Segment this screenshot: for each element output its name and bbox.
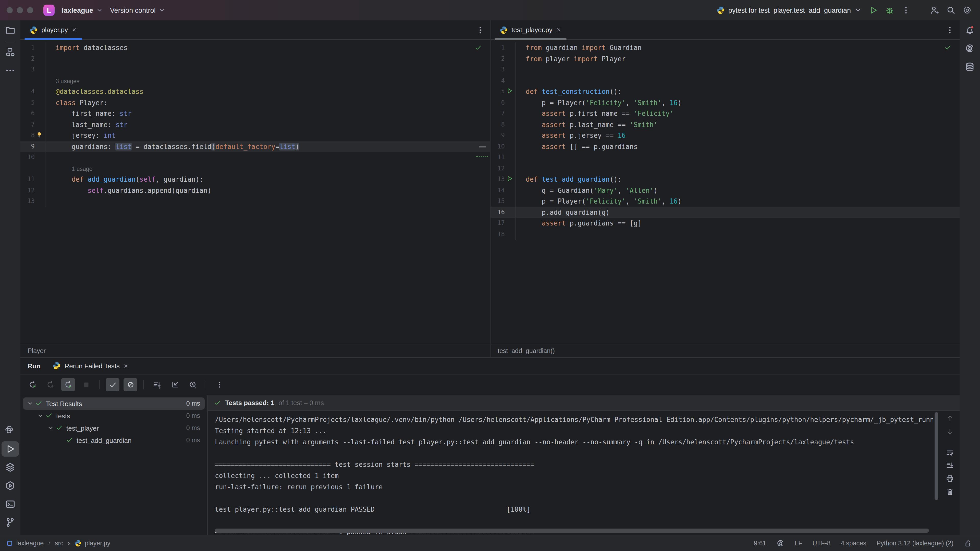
show-passed-toggle[interactable] (106, 378, 119, 391)
test-tree-item-test-results[interactable]: Test Results0 ms (23, 397, 205, 410)
editor-gutter[interactable]: 6 (490, 97, 515, 108)
notifications-button[interactable] (961, 22, 978, 38)
project-tool-button[interactable] (2, 22, 19, 38)
code-line[interactable]: 7 assert p.first_name == 'Felicity' (490, 108, 959, 119)
soft-wrap-button[interactable] (946, 448, 954, 456)
python-packages-tool-button[interactable] (2, 423, 19, 438)
indent-widget[interactable]: 4 spaces (841, 540, 866, 547)
console-vertical-scrollbar[interactable] (935, 412, 938, 500)
project-widget[interactable]: laxleague (62, 6, 103, 14)
caret-position-widget[interactable]: 9:61 (754, 540, 767, 547)
editor-gutter[interactable]: 14 (490, 185, 515, 196)
tab-rerun-failed-tests[interactable]: Rerun Failed Tests (48, 358, 138, 374)
tab-player-py[interactable]: player.py (24, 21, 82, 39)
console-horizontal-scrollbar[interactable] (215, 529, 929, 533)
editor-gutter[interactable]: 9 (21, 141, 45, 152)
editor-gutter[interactable]: 13 (21, 196, 45, 207)
editor-gutter[interactable]: 10 (490, 141, 515, 152)
code-editor-player[interactable]: 1import dataclasses233 usages4@dataclass… (21, 40, 490, 344)
lightbulb-icon[interactable] (36, 131, 45, 140)
editor-gutter[interactable]: 9 (490, 130, 515, 141)
code-line[interactable]: 14 g = Guardian('Mary', 'Allen') (490, 185, 959, 196)
code-line[interactable]: 5def test_construction(): (490, 86, 959, 97)
code-line[interactable]: 11 def add_guardian(self, guardian): (21, 174, 490, 185)
editor-gutter[interactable]: 2 (490, 53, 515, 64)
code-line[interactable]: 4@dataclasses.dataclass (21, 86, 490, 97)
test-tree-item-test-player[interactable]: test_player0 ms (23, 422, 205, 434)
editor-gutter[interactable]: 6 (21, 108, 45, 119)
code-line[interactable]: 6 first_name: str (21, 108, 490, 119)
code-line[interactable]: 2 (21, 53, 490, 64)
code-line[interactable]: 12 self.guardians.append(guardian) (21, 185, 490, 196)
settings-button[interactable] (963, 6, 972, 15)
editor-gutter[interactable]: 16 (490, 207, 515, 218)
editor-gutter[interactable] (21, 163, 45, 174)
code-line[interactable]: 9 guardians: list = dataclasses.field(de… (21, 141, 490, 152)
search-everywhere-button[interactable] (946, 6, 956, 15)
run-tool-button[interactable] (2, 441, 19, 457)
structure-tool-button[interactable] (2, 44, 19, 60)
code-line[interactable]: 12 (490, 163, 959, 174)
navigate-with-selection-button[interactable] (168, 378, 182, 391)
editor-gutter[interactable]: 18 (490, 229, 515, 240)
code-line[interactable]: 9 assert p.jersey == 16 (490, 130, 959, 141)
previous-occurrence-button[interactable] (946, 414, 954, 422)
test-runner-more-button[interactable] (212, 378, 226, 391)
vcs-widget[interactable]: Version control (110, 6, 165, 14)
breadcrumb-src[interactable]: src (55, 540, 63, 547)
code-editor-test-player[interactable]: 1from guardian import Guardian2from play… (490, 40, 959, 344)
breadcrumb-project[interactable]: laxleague (16, 540, 44, 547)
code-with-me-button[interactable] (930, 6, 939, 15)
code-line[interactable]: 8 assert p.last_name == 'Smith' (490, 119, 959, 130)
editor-gutter[interactable] (21, 75, 45, 86)
editor-gutter[interactable]: 3 (490, 64, 515, 75)
run-tool-window-title[interactable]: Run (21, 358, 48, 374)
services-tool-button[interactable] (2, 460, 19, 475)
usage-inlay[interactable]: 3 usages (56, 78, 80, 84)
editor-gutter[interactable]: 4 (21, 86, 45, 97)
database-tool-button[interactable] (961, 59, 978, 75)
show-ignored-toggle[interactable] (124, 378, 137, 391)
python-console-tool-button[interactable] (2, 478, 19, 493)
editor-gutter[interactable]: 5 (21, 97, 45, 108)
editor-gutter[interactable]: 1 (21, 42, 45, 53)
lock-icon[interactable] (964, 539, 972, 547)
console-output[interactable]: /Users/helenscott/PycharmProjects/laxlea… (215, 414, 933, 535)
code-line[interactable]: 16 p.add_guardian(g) (490, 207, 959, 218)
rerun-tests-button[interactable] (25, 378, 39, 391)
editor-gutter[interactable]: 8 (490, 119, 515, 130)
editor-gutter[interactable]: 1 (490, 42, 515, 53)
maximize-window-button[interactable] (27, 7, 33, 13)
editor-gutter[interactable]: 5 (490, 86, 515, 97)
close-icon[interactable] (72, 27, 77, 33)
version-control-tool-button[interactable] (2, 515, 19, 530)
tree-expand-chevron[interactable] (46, 424, 55, 432)
code-line[interactable]: 1import dataclasses (21, 42, 490, 53)
code-line[interactable]: 7 last_name: str (21, 119, 490, 130)
editor-gutter[interactable]: 12 (490, 163, 515, 174)
tab-test-player-py[interactable]: test_player.py (495, 21, 566, 39)
editor-gutter[interactable]: 17 (490, 218, 515, 229)
close-icon[interactable] (123, 363, 129, 368)
debug-button[interactable] (885, 6, 894, 15)
run-test-gutter-icon[interactable] (506, 175, 515, 184)
code-line[interactable]: 8 jersey: int (21, 130, 490, 141)
breadcrumb-file[interactable]: player.py (85, 540, 110, 547)
tree-expand-chevron[interactable] (26, 400, 34, 408)
close-icon[interactable] (556, 27, 562, 33)
sort-by-duration-button[interactable] (186, 378, 200, 391)
next-occurrence-button[interactable] (946, 427, 954, 436)
editor-gutter[interactable]: 12 (21, 185, 45, 196)
tree-expand-chevron[interactable] (36, 412, 45, 420)
editor-gutter[interactable]: 4 (490, 75, 515, 86)
code-line[interactable]: 3 (21, 64, 490, 75)
code-line[interactable]: 11 (490, 152, 959, 163)
inlay-hint[interactable]: 3 usages (21, 75, 490, 86)
inlay-hint[interactable]: 1 usage (21, 163, 490, 174)
ai-assistant-tool-button[interactable] (961, 41, 978, 56)
code-line[interactable]: 18 (490, 229, 959, 240)
code-line[interactable]: 10 assert [] == p.guardians (490, 141, 959, 152)
more-tool-windows-button[interactable] (2, 63, 19, 78)
code-line[interactable]: 13 (21, 196, 490, 207)
code-line[interactable]: 4 (490, 75, 959, 86)
